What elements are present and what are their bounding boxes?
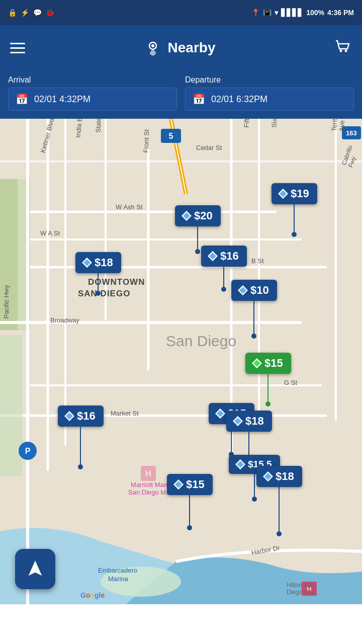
marina-label: Marina	[108, 575, 128, 583]
svg-rect-6	[0, 179, 18, 330]
svg-rect-5	[0, 179, 30, 330]
cart-button[interactable]	[334, 38, 352, 58]
status-bar: 🔒 ⚡ 💬 🐞 📍 📳 ▾ ▋▋▋▋ 100% 4:36 PM	[0, 0, 362, 25]
location-fab[interactable]	[15, 549, 55, 589]
marker-dot-10	[251, 334, 256, 339]
india-label: India Blvd	[74, 119, 84, 138]
price-marker-18c[interactable]: $18	[256, 466, 302, 536]
google-logo: Google	[80, 591, 105, 599]
front-st-label: Front St	[142, 129, 151, 153]
svg-point-3	[345, 50, 347, 52]
san-diego-city-label: San Diego	[166, 333, 236, 350]
marker-line-18a	[98, 273, 99, 291]
wifi-icon: ▾	[275, 9, 278, 17]
marker-dot-19	[292, 232, 297, 237]
arrival-field: Arrival 📅 02/01 4:32PM	[8, 75, 177, 111]
svg-text:H: H	[307, 585, 311, 593]
arrival-input[interactable]: 📅 02/01 4:32PM	[8, 88, 177, 111]
marker-line-16a	[223, 267, 224, 287]
price-badge-15green[interactable]: $15	[245, 353, 291, 374]
kettner-label: Kettner Blvd	[39, 119, 56, 153]
pacific-hwy-label: Pacific Hwy	[3, 285, 10, 318]
map-container[interactable]: 5 163 H P H Cedar St W Ash St W A St B S…	[0, 119, 362, 604]
time-label: 4:36 PM	[327, 9, 354, 17]
svg-rect-25	[161, 129, 181, 143]
menu-button[interactable]	[10, 43, 25, 53]
price-badge-19[interactable]: $19	[272, 183, 317, 204]
location-icon: 📍	[251, 9, 260, 17]
svg-point-1	[151, 44, 154, 47]
price-badge-18a[interactable]: $18	[75, 252, 121, 273]
arrival-calendar-icon: 📅	[16, 93, 28, 105]
marker-dot-18a	[96, 291, 101, 296]
b-st-label: B St	[251, 257, 264, 265]
price-marker-16b[interactable]: $16	[58, 406, 104, 469]
diamond-icon-20	[182, 211, 192, 221]
departure-field: Departure 📅 02/01 6:32PM	[185, 75, 354, 111]
diamond-icon-16a	[208, 251, 218, 261]
message-icon: 💬	[33, 9, 42, 17]
diamond-icon-155	[235, 459, 245, 469]
price-marker-15c[interactable]: $15	[167, 474, 213, 530]
svg-rect-31	[141, 466, 156, 481]
marker-line-18c	[279, 487, 280, 531]
cedar-street-label: Cedar St	[196, 144, 222, 151]
svg-line-24	[171, 119, 186, 194]
fifth-ave-label: Fifth	[243, 119, 251, 128]
marker-line-15green	[267, 374, 268, 401]
price-marker-19[interactable]: $19	[272, 183, 317, 237]
svg-text:H: H	[145, 469, 151, 478]
diamond-icon-15green	[252, 358, 262, 368]
cabrillo-fwy-label: Cabrillo Fwy	[340, 144, 360, 169]
price-badge-16b[interactable]: $16	[58, 406, 104, 427]
diamond-icon-15c	[173, 479, 184, 490]
departure-label: Departure	[185, 75, 354, 85]
nearby-icon	[144, 39, 162, 57]
diamond-icon-19	[278, 189, 288, 199]
departure-input[interactable]: 📅 02/01 6:32PM	[185, 88, 354, 111]
header: Nearby	[0, 25, 362, 70]
marker-dot-15c	[187, 525, 192, 530]
price-badge-16a[interactable]: $16	[201, 246, 247, 267]
w-a-st-label: W A St	[40, 229, 60, 237]
usb-icon: ⚡	[21, 9, 29, 17]
svg-text:5: 5	[169, 132, 173, 140]
diamond-icon-16b	[64, 411, 74, 421]
price-badge-18b[interactable]: $18	[226, 411, 272, 432]
price-badge-20[interactable]: $20	[175, 205, 221, 226]
diamond-icon-15b	[215, 409, 225, 419]
svg-text:P: P	[25, 447, 31, 455]
departure-calendar-icon: 📅	[193, 93, 205, 105]
marker-line-10	[253, 301, 254, 334]
state-st-label: State St	[95, 119, 103, 133]
svg-rect-27	[342, 126, 361, 139]
wash-street-label: W Ash St	[116, 203, 142, 211]
marker-dot-16a	[221, 287, 226, 292]
marker-line-155	[254, 474, 255, 497]
price-label-18c: $18	[276, 470, 294, 483]
price-marker-15green[interactable]: $15	[245, 353, 291, 407]
price-label-19: $19	[291, 187, 309, 200]
price-marker-18a[interactable]: $18	[75, 252, 121, 296]
price-marker-10[interactable]: $10	[231, 280, 277, 339]
marker-dot-20	[195, 249, 200, 254]
status-icons-right: 📍 📳 ▾ ▋▋▋▋ 100% 4:36 PM	[251, 9, 354, 17]
diamond-icon-10	[238, 285, 248, 295]
app-title: Nearby	[168, 40, 216, 56]
svg-point-2	[340, 50, 342, 52]
marker-line-16b	[80, 427, 81, 464]
marker-line-20	[197, 226, 198, 249]
svg-point-30	[101, 567, 181, 597]
price-badge-15c[interactable]: $15	[167, 474, 213, 495]
svg-rect-35	[302, 582, 317, 596]
price-badge-10[interactable]: $10	[231, 280, 277, 301]
svg-text:163: 163	[346, 129, 357, 137]
diamond-icon-18b	[233, 416, 243, 426]
marker-dot-15green	[265, 401, 270, 407]
harbor-dr-label: Harbor Dr	[251, 544, 281, 556]
marker-line-19	[294, 204, 295, 232]
marker-dot-16b	[78, 464, 83, 469]
price-badge-18c[interactable]: $18	[256, 466, 302, 487]
bug-icon: 🐞	[46, 9, 54, 17]
cart-icon	[334, 38, 352, 56]
